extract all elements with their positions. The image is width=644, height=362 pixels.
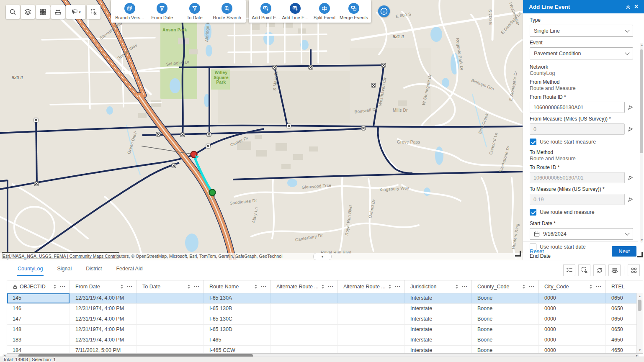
- attribution-collapse-button[interactable]: ▾: [313, 253, 332, 260]
- column-menu-icon[interactable]: •••: [194, 285, 200, 289]
- cell[interactable]: [137, 293, 204, 303]
- table-row[interactable]: 147 12/31/1974, 4:00 PM I-65 130C Inters…: [7, 314, 643, 325]
- cell[interactable]: [137, 346, 204, 354]
- panel-scroll-thumb[interactable]: [640, 49, 643, 153]
- table-options-button[interactable]: [628, 264, 640, 276]
- cell[interactable]: 146: [7, 304, 70, 314]
- column-header-city-code[interactable]: City_Code•••: [539, 280, 606, 293]
- hide-fields-button[interactable]: [608, 264, 621, 276]
- cell[interactable]: 7/11/2012, 5:00 PM: [70, 346, 137, 354]
- reset-link[interactable]: Reset: [530, 248, 612, 254]
- cell[interactable]: 12/31/1974, 4:00 PM: [70, 325, 137, 335]
- tool-add-point-event[interactable]: Add Point E...: [251, 3, 281, 20]
- cell[interactable]: I-65 130B: [204, 304, 271, 314]
- cell[interactable]: 145: [7, 293, 70, 303]
- cell[interactable]: I-65 130A: [204, 293, 271, 303]
- tool-branch-versions[interactable]: Branch Vers...: [114, 3, 146, 20]
- cell[interactable]: [137, 304, 204, 314]
- cell[interactable]: 12/31/1974, 4:00 PM: [70, 335, 137, 345]
- show-selection-button[interactable]: [563, 264, 575, 276]
- tool-route-search[interactable]: Route Search: [211, 3, 243, 20]
- select-tool-button[interactable]: ▾: [66, 5, 85, 19]
- cell[interactable]: 0000: [539, 293, 606, 303]
- column-menu-icon[interactable]: •••: [462, 285, 468, 289]
- table-row[interactable]: 145 12/31/1974, 4:00 PM I-65 130A Inters…: [7, 293, 643, 304]
- cell[interactable]: [338, 346, 405, 354]
- info-button[interactable]: [378, 5, 390, 17]
- search-button[interactable]: [6, 5, 20, 19]
- cell[interactable]: 0000: [539, 325, 606, 335]
- cell[interactable]: Boone: [472, 346, 539, 354]
- column-header-rtel[interactable]: RTEL: [606, 280, 643, 293]
- sort-icon[interactable]: [187, 284, 191, 289]
- sort-icon[interactable]: [254, 284, 258, 289]
- use-route-start-measure-checkbox[interactable]: Use route start measure: [530, 139, 633, 145]
- cell[interactable]: Boone: [472, 314, 539, 324]
- clear-selection-button[interactable]: [87, 5, 100, 19]
- tab-countylog[interactable]: CountyLog: [17, 260, 44, 276]
- pick-to-measure-icon[interactable]: [628, 197, 633, 202]
- cell[interactable]: I-465: [204, 335, 271, 345]
- cell[interactable]: I-465 CCW: [204, 346, 271, 354]
- cell[interactable]: [338, 314, 405, 324]
- cell[interactable]: I-65 130C: [204, 314, 271, 324]
- cell[interactable]: Interstate: [405, 314, 472, 324]
- use-route-end-measure-checkbox[interactable]: Use route end measure: [530, 209, 633, 216]
- panel-resize-handle[interactable]: [637, 252, 643, 257]
- cell[interactable]: Interstate: [405, 325, 472, 335]
- cell[interactable]: 12/31/1974, 4:00 PM: [70, 293, 137, 303]
- column-header-objectid[interactable]: OBJECTID •••: [7, 280, 70, 293]
- start-date-input[interactable]: 9/16/2024: [530, 228, 633, 240]
- tool-merge-events[interactable]: Merge Events: [339, 3, 368, 20]
- map-resize-handle[interactable]: [515, 251, 521, 257]
- from-route-id-input[interactable]: [530, 102, 625, 113]
- column-menu-icon[interactable]: •••: [60, 285, 66, 289]
- tool-add-line-event[interactable]: Add Line E...: [281, 3, 310, 20]
- column-menu-icon[interactable]: •••: [127, 285, 133, 289]
- scroll-up-icon[interactable]: ▴: [641, 44, 643, 47]
- cell[interactable]: 0000: [539, 335, 606, 345]
- sort-icon[interactable]: [120, 284, 124, 289]
- refresh-button[interactable]: [593, 264, 605, 276]
- column-menu-icon[interactable]: •••: [529, 285, 535, 289]
- column-menu-icon[interactable]: •••: [395, 285, 401, 289]
- table-row[interactable]: 148 12/31/1974, 4:00 PM I-65 130D Inters…: [7, 325, 643, 335]
- column-header-route-name[interactable]: Route Name•••: [204, 280, 271, 293]
- table-vscroll-thumb[interactable]: [638, 300, 641, 311]
- tool-from-date[interactable]: From Date: [146, 3, 178, 20]
- table-row[interactable]: 183 12/31/1974, 4:00 PM I-465 Interstate…: [7, 335, 643, 346]
- cell[interactable]: [271, 314, 338, 324]
- column-header-county-code[interactable]: County_Code•••: [472, 280, 539, 293]
- table-row[interactable]: 146 12/31/1974, 4:00 PM I-65 130B Inters…: [7, 304, 643, 314]
- column-header-jurisdiction[interactable]: Jurisdiction•••: [405, 280, 472, 293]
- layers-button[interactable]: [21, 5, 35, 19]
- cell[interactable]: [271, 304, 338, 314]
- cell[interactable]: 0000: [539, 346, 606, 354]
- scroll-down-icon[interactable]: ▾: [641, 239, 643, 242]
- sort-icon[interactable]: [53, 284, 57, 289]
- cell[interactable]: 0000: [539, 304, 606, 314]
- cell[interactable]: [137, 314, 204, 324]
- cell[interactable]: [137, 325, 204, 335]
- cell[interactable]: Interstate: [405, 304, 472, 314]
- tab-federal-aid[interactable]: Federal Aid: [115, 260, 143, 276]
- pick-from-measure-icon[interactable]: [628, 126, 633, 132]
- pick-from-route-icon[interactable]: [628, 105, 633, 110]
- next-button[interactable]: Next: [612, 246, 636, 257]
- cell[interactable]: Boone: [472, 293, 539, 303]
- cell[interactable]: Boone: [472, 304, 539, 314]
- measure-button[interactable]: [51, 5, 65, 19]
- cell[interactable]: [338, 304, 405, 314]
- cell[interactable]: 0000: [539, 314, 606, 324]
- column-menu-icon[interactable]: •••: [261, 285, 267, 289]
- column-header-to-date[interactable]: To Date•••: [137, 280, 204, 293]
- sort-icon[interactable]: [522, 284, 526, 289]
- tool-split-event[interactable]: Split Event: [310, 3, 339, 20]
- basemap-gallery-button[interactable]: [36, 5, 50, 19]
- column-header-from-date[interactable]: From Date•••: [70, 280, 137, 293]
- cell[interactable]: [271, 325, 338, 335]
- cell[interactable]: 184: [7, 346, 70, 354]
- cell[interactable]: 183: [7, 335, 70, 345]
- column-menu-icon[interactable]: •••: [596, 285, 602, 289]
- column-menu-icon[interactable]: •••: [328, 285, 334, 289]
